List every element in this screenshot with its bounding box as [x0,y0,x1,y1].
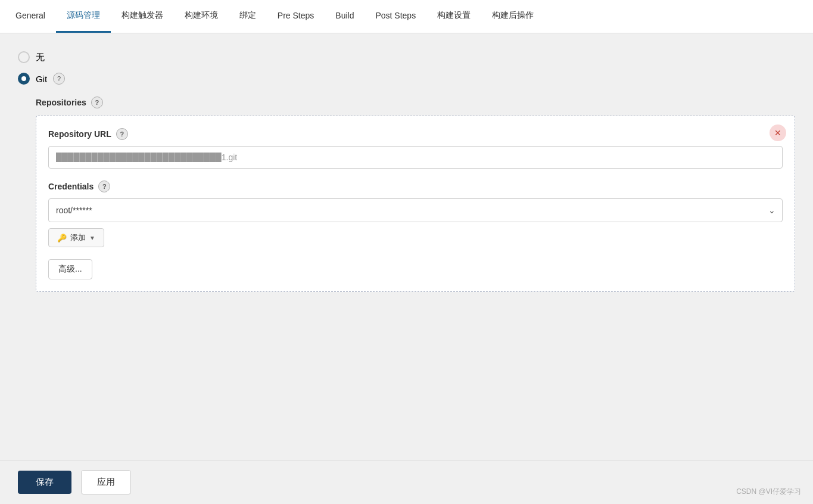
radio-git-circle [18,73,30,85]
tab-post-build[interactable]: 构建后操作 [481,0,544,33]
apply-button[interactable]: 应用 [81,470,131,494]
credentials-select[interactable]: root/****** [48,198,783,222]
credentials-help-icon[interactable]: ? [98,181,110,192]
git-help-icon[interactable]: ? [53,73,65,85]
tab-build-env[interactable]: 构建环境 [174,0,229,33]
repositories-section: Repositories ? ✕ Repository URL ? Creden… [36,97,795,292]
add-credential-label: 添加 [70,232,86,243]
save-button[interactable]: 保存 [18,471,71,494]
tab-binding[interactable]: 绑定 [229,0,267,33]
radio-none-label: 无 [36,52,45,63]
watermark: CSDN @VI仔爱学习 [736,487,801,497]
repository-url-label: Repository URL ? [48,128,783,140]
repository-url-input[interactable] [48,146,783,169]
tab-build-settings[interactable]: 构建设置 [426,0,481,33]
source-radio-group: 无 Git ? [18,51,795,85]
tab-bar: General 源码管理 构建触发器 构建环境 绑定 Pre Steps Bui… [0,0,813,33]
radio-git-label: Git [36,74,47,84]
repositories-label: Repositories ? [36,97,795,108]
repository-url-help-icon[interactable]: ? [116,128,128,140]
repository-card: ✕ Repository URL ? Credentials ? root/**… [36,116,795,292]
tab-pre-steps[interactable]: Pre Steps [267,0,325,33]
repositories-help-icon[interactable]: ? [91,97,103,108]
advanced-button[interactable]: 高级... [48,259,92,279]
tab-build[interactable]: Build [325,0,365,33]
credentials-select-wrapper: root/****** ⌄ [48,198,783,222]
radio-none[interactable]: 无 [18,51,795,63]
credentials-section: Credentials ? root/****** ⌄ 🔑 添加 ▼ [48,181,783,247]
footer-bar: 保存 应用 [0,460,813,504]
tab-general[interactable]: General [5,0,56,33]
add-credential-button[interactable]: 🔑 添加 ▼ [48,228,104,247]
radio-git[interactable]: Git ? [18,73,795,85]
key-icon: 🔑 [57,234,67,242]
radio-none-circle [18,51,30,63]
tab-post-steps[interactable]: Post Steps [365,0,426,33]
main-content: 无 Git ? Repositories ? ✕ Repository URL … [0,33,813,460]
tab-source-code[interactable]: 源码管理 [56,0,111,33]
credentials-label: Credentials ? [48,181,783,192]
remove-repository-button[interactable]: ✕ [770,125,786,141]
add-chevron-icon: ▼ [89,235,95,241]
tab-build-trigger[interactable]: 构建触发器 [111,0,174,33]
